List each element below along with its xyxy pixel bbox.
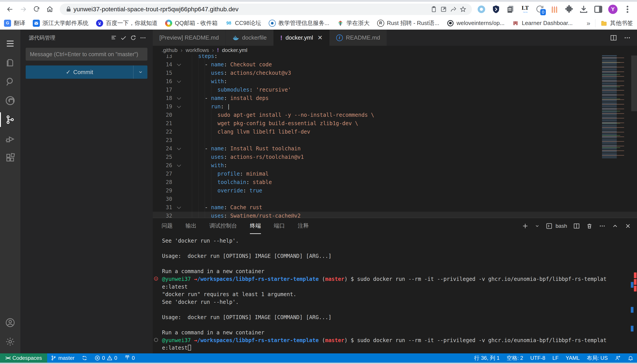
panel-more-icon[interactable] bbox=[599, 223, 605, 229]
bookmark-qqmail[interactable]: QQ邮箱 - 收件箱 bbox=[165, 19, 218, 27]
code-line[interactable]: 17 submodules: 'recursive' bbox=[153, 86, 637, 94]
side-panel-icon[interactable] bbox=[594, 5, 603, 14]
notifications-button[interactable] bbox=[624, 354, 637, 363]
kill-terminal-trash-icon[interactable] bbox=[586, 223, 593, 229]
commit-message-input[interactable] bbox=[26, 48, 147, 60]
lock-icon[interactable] bbox=[64, 4, 74, 14]
bookmark-jwb[interactable]: 教学管理信息服务... bbox=[269, 19, 329, 27]
eol-sequence[interactable]: LF bbox=[549, 354, 562, 363]
terminal-line[interactable] bbox=[153, 306, 637, 314]
address-bar[interactable]: yunwei37-potential-space-trout-rpr5qwj66… bbox=[60, 4, 472, 15]
panel-tab-output[interactable]: 输出 bbox=[185, 218, 197, 234]
code-line[interactable]: 14 - name: Checkout code bbox=[153, 60, 637, 69]
bookmark-cc98[interactable]: 98 CC98论坛 bbox=[225, 19, 261, 27]
bookmark-star-icon[interactable] bbox=[458, 4, 468, 14]
account-icon[interactable] bbox=[0, 313, 20, 332]
commit-button[interactable]: ✓ Commit bbox=[26, 66, 147, 79]
code-line[interactable]: 31 - name: Cache rust bbox=[153, 203, 637, 212]
browser-menu-kebab-icon[interactable] bbox=[623, 5, 632, 14]
bookmark-learner-dashboard[interactable]: Learner Dashboar... bbox=[512, 20, 573, 27]
extensions-puzzle-icon[interactable] bbox=[564, 5, 574, 14]
feedback-button[interactable] bbox=[611, 354, 624, 363]
code-line[interactable]: 20 sudo apt-get install -y --no-install-… bbox=[153, 111, 637, 119]
explorer-icon[interactable] bbox=[0, 53, 20, 72]
terminal-line[interactable] bbox=[153, 260, 637, 268]
sync-changes-button[interactable] bbox=[78, 354, 91, 363]
fold-chevron-icon[interactable] bbox=[172, 161, 185, 170]
terminal-line[interactable]: "docker run" requires at least 1 argumen… bbox=[153, 290, 637, 298]
terminal-line[interactable]: Run a command in a new container bbox=[153, 268, 637, 275]
panel-tab-ports[interactable]: 端口 bbox=[274, 218, 285, 234]
code-line[interactable]: 22 clang llvm libelf1 libelf-dev bbox=[153, 128, 637, 136]
cursor-position[interactable]: 行 36, 列 1 bbox=[471, 354, 503, 363]
breadcrumb-file[interactable]: docker.yml bbox=[222, 47, 247, 53]
close-tab-icon[interactable]: ✕ bbox=[317, 34, 323, 41]
terminal-picker-chevron-icon[interactable] bbox=[535, 223, 540, 229]
terminal-line[interactable]: @yunwei37 →/workspaces/libbpf-rs-starter… bbox=[153, 336, 637, 344]
view-as-list-icon[interactable] bbox=[109, 33, 119, 43]
source-control-icon[interactable] bbox=[0, 110, 20, 129]
bookmark-xzzd[interactable]: 学在浙大 bbox=[337, 19, 370, 27]
terminal-line[interactable]: See 'docker run --help'. bbox=[153, 237, 637, 245]
code-line[interactable]: 29 override: true bbox=[153, 186, 637, 195]
bookmark-github-repo[interactable]: weloveinterns/op... bbox=[447, 20, 505, 27]
tab-dockerfile[interactable]: dockerfile bbox=[226, 30, 273, 46]
fold-chevron-icon[interactable] bbox=[172, 144, 185, 153]
maximize-panel-chevron-icon[interactable] bbox=[612, 223, 618, 229]
commit-check-icon[interactable] bbox=[119, 33, 128, 43]
fold-chevron-icon[interactable] bbox=[172, 203, 185, 212]
terminal-line[interactable]: ✕@yunwei37 →/workspaces/libbpf-rs-starte… bbox=[153, 275, 637, 283]
notes-extension-icon[interactable] bbox=[506, 5, 515, 14]
code-line[interactable]: 23 bbox=[153, 136, 637, 144]
minimap[interactable] bbox=[602, 55, 630, 159]
bookmark-rust-jobs[interactable]: R Rust 招聘 - Rust语... bbox=[377, 19, 439, 27]
fold-chevron-icon[interactable] bbox=[172, 102, 185, 111]
code-line[interactable]: 18 - name: install deps bbox=[153, 94, 637, 102]
shell-label[interactable]: bash bbox=[555, 223, 567, 229]
settings-gear-icon[interactable] bbox=[0, 332, 20, 351]
panel-tab-debug-console[interactable]: 调试控制台 bbox=[209, 218, 237, 234]
remote-indicator[interactable]: >< Codespaces bbox=[0, 354, 47, 363]
commit-dropdown[interactable] bbox=[133, 66, 147, 79]
branch-indicator[interactable]: master bbox=[47, 354, 78, 363]
code-line[interactable]: 13 steps: bbox=[153, 54, 637, 60]
open-in-window-icon[interactable] bbox=[439, 4, 448, 14]
new-terminal-icon[interactable] bbox=[522, 223, 529, 229]
extensions-icon[interactable] bbox=[0, 148, 20, 167]
ports-indicator[interactable]: 0 bbox=[121, 354, 138, 363]
code-line[interactable]: 26 with: bbox=[153, 161, 637, 170]
terminal-line[interactable]: Run a command in a new container bbox=[153, 329, 637, 336]
tab-docker-yml[interactable]: ! docker.yml ✕ bbox=[273, 30, 330, 46]
profile-avatar[interactable]: Y bbox=[608, 5, 617, 14]
terminal-line[interactable]: Usage: docker run [OPTIONS] IMAGE [COMMA… bbox=[153, 314, 637, 321]
encoding[interactable]: UTF-8 bbox=[527, 354, 549, 363]
code-line[interactable]: 32 uses: Swatinem/rust-cache@v2 bbox=[153, 212, 637, 218]
terminal-line[interactable]: See 'docker run --help'. bbox=[153, 298, 637, 306]
terminal-line[interactable]: Usage: docker run [OPTIONS] IMAGE [COMMA… bbox=[153, 252, 637, 260]
close-panel-icon[interactable] bbox=[624, 223, 631, 229]
code-line[interactable]: 25 uses: actions-rs/toolchain@v1 bbox=[153, 153, 637, 161]
languagetool-extension-icon[interactable]: LT ~~ bbox=[521, 5, 530, 14]
terminal[interactable]: See 'docker run --help'.Usage: docker ru… bbox=[153, 234, 637, 354]
breadcrumb-item[interactable]: .github bbox=[162, 47, 177, 53]
url-text[interactable]: yunwei37-potential-space-trout-rpr5qwj66… bbox=[74, 6, 429, 13]
ring-extension-icon[interactable] bbox=[477, 5, 486, 14]
back-button[interactable] bbox=[5, 4, 15, 14]
editor-more-icon[interactable] bbox=[624, 34, 631, 41]
clipboard-icon[interactable] bbox=[429, 4, 439, 14]
forward-button[interactable] bbox=[18, 4, 28, 14]
bookmark-translate[interactable]: G 翻译 bbox=[4, 19, 25, 27]
commit-button-main[interactable]: ✓ Commit bbox=[26, 69, 133, 76]
run-debug-icon[interactable] bbox=[0, 129, 20, 148]
code-line[interactable]: 28 toolchain: stable bbox=[153, 178, 637, 186]
terminal-line[interactable] bbox=[153, 245, 637, 252]
search-icon[interactable] bbox=[0, 72, 20, 91]
refresh-scm-icon[interactable] bbox=[128, 33, 138, 43]
terminal-icon[interactable] bbox=[546, 223, 552, 229]
code-line[interactable]: 24 - name: Install Rust toolchain bbox=[153, 144, 637, 153]
tab-preview-readme[interactable]: [Preview] README.md bbox=[153, 30, 226, 46]
split-editor-icon[interactable] bbox=[610, 34, 617, 41]
shield-extension-icon[interactable] bbox=[491, 5, 501, 14]
keyboard-layout[interactable]: 布局: US bbox=[583, 354, 611, 363]
other-bookmarks-folder[interactable]: 其他书签 bbox=[600, 19, 633, 27]
